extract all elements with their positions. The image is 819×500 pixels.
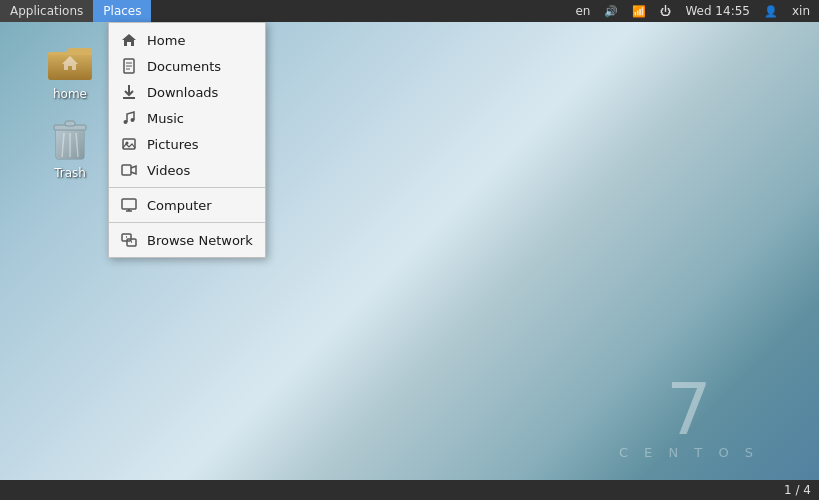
home-icon-label: home [53, 87, 87, 101]
browse-network-menu-icon [121, 232, 137, 248]
menu-item-downloads[interactable]: Downloads [109, 79, 265, 105]
svg-rect-21 [122, 165, 131, 175]
menu-item-browse-network-label: Browse Network [147, 233, 253, 248]
panel-left: Applications Places [0, 0, 151, 22]
videos-menu-icon [121, 162, 137, 178]
menu-item-documents-label: Documents [147, 59, 221, 74]
menu-item-music[interactable]: Music [109, 105, 265, 131]
music-menu-icon [121, 110, 137, 126]
pictures-menu-icon [121, 136, 137, 152]
menu-separator-1 [109, 187, 265, 188]
svg-rect-6 [65, 121, 75, 126]
documents-menu-icon [121, 58, 137, 74]
trash-folder-icon [46, 115, 94, 163]
speaker-icon[interactable]: 🔊 [601, 5, 621, 18]
menu-item-browse-network[interactable]: Browse Network [109, 227, 265, 253]
menu-item-pictures-label: Pictures [147, 137, 198, 152]
computer-menu-icon [121, 197, 137, 213]
username-display: xin [789, 4, 813, 18]
datetime-display: Wed 14:55 [682, 4, 753, 18]
menu-item-downloads-label: Downloads [147, 85, 218, 100]
user-icon: 👤 [761, 5, 781, 18]
svg-marker-10 [122, 34, 136, 46]
home-folder-icon [46, 36, 94, 84]
places-dropdown-menu: Home Documents Downloads Music Pictures … [108, 22, 266, 258]
power-icon[interactable]: ⏻ [657, 5, 674, 18]
language-indicator: en [572, 4, 593, 18]
home-menu-icon [121, 32, 137, 48]
top-panel: Applications Places en 🔊 📶 ⏻ Wed 14:55 👤… [0, 0, 819, 22]
status-bar: 1 / 4 [0, 480, 819, 500]
menu-item-computer[interactable]: Computer [109, 192, 265, 218]
svg-rect-22 [122, 199, 136, 209]
menu-item-home-label: Home [147, 33, 185, 48]
svg-point-17 [124, 120, 128, 124]
svg-point-18 [131, 118, 135, 122]
menu-item-videos[interactable]: Videos [109, 157, 265, 183]
network-icon[interactable]: 📶 [629, 5, 649, 18]
desktop-icon-trash[interactable]: Trash [30, 115, 110, 180]
menu-separator-2 [109, 222, 265, 223]
desktop-icon-home[interactable]: home [30, 36, 110, 101]
menu-item-pictures[interactable]: Pictures [109, 131, 265, 157]
menu-item-videos-label: Videos [147, 163, 190, 178]
applications-menu-button[interactable]: Applications [0, 0, 93, 22]
centos-brand-text: C E N T O S [619, 445, 759, 460]
menu-item-documents[interactable]: Documents [109, 53, 265, 79]
centos-version-number: 7 [619, 373, 759, 445]
trash-icon-label: Trash [54, 166, 86, 180]
pager-display: 1 / 4 [784, 483, 811, 497]
menu-item-music-label: Music [147, 111, 184, 126]
downloads-menu-icon [121, 84, 137, 100]
menu-item-computer-label: Computer [147, 198, 212, 213]
centos-watermark: 7 C E N T O S [619, 373, 759, 460]
places-menu-button[interactable]: Places [93, 0, 151, 22]
menu-item-home[interactable]: Home [109, 27, 265, 53]
panel-right: en 🔊 📶 ⏻ Wed 14:55 👤 xin [566, 0, 819, 22]
